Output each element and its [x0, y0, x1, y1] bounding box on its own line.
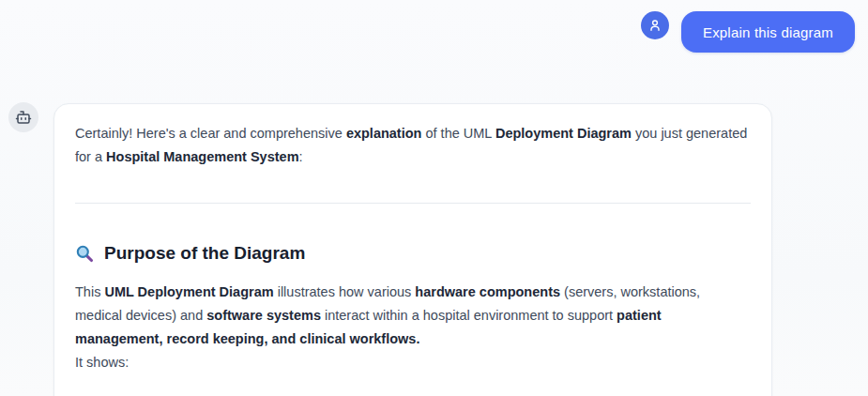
magnifier-icon [75, 244, 95, 264]
body-paragraph: This UML Deployment Diagram illustrates … [75, 281, 751, 351]
assistant-message-card: Certainly! Here's a clear and comprehens… [53, 103, 772, 396]
section-heading-text: Purpose of the Diagram [104, 241, 305, 266]
section-divider [75, 203, 751, 204]
section-heading: Purpose of the Diagram [75, 241, 751, 266]
user-avatar [641, 11, 669, 39]
chat-page: Explain this diagram Certainly! Here's a… [0, 0, 868, 396]
intro-paragraph: Certainly! Here's a clear and comprehens… [75, 122, 751, 169]
bot-icon [15, 109, 32, 126]
assistant-avatar [8, 102, 38, 132]
user-icon [647, 18, 662, 33]
trailing-line: It shows: [75, 351, 751, 374]
user-message-row: Explain this diagram [641, 11, 855, 53]
explain-diagram-button[interactable]: Explain this diagram [681, 11, 855, 53]
